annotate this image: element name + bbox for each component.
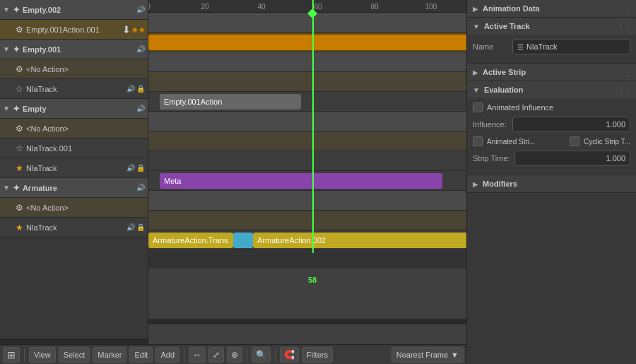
panel-options-btn[interactable]: ⋮⋮ bbox=[618, 69, 632, 76]
track-timeline: 0 20 40 60 80 100 120 140 160 bbox=[148, 0, 466, 344]
animated-influence-label: Animated Influence bbox=[487, 103, 553, 112]
animation-data-header[interactable]: ▶ Animation Data ⋮⋮ bbox=[467, 0, 636, 17]
track-label-nlatrack-meta[interactable]: ★ NlaTrack 🔊 🔒 bbox=[0, 158, 148, 178]
track-label-noaction2[interactable]: ⚙ <No Action> bbox=[0, 119, 148, 139]
name-row: Name ☰ NlaTrack bbox=[473, 39, 630, 54]
ruler-mark-80: 80 bbox=[370, 3, 378, 11]
right-panel: ▶ Animation Data ⋮⋮ ▼ Active Track ⋮⋮ Na… bbox=[466, 0, 636, 364]
diamond-left: ◆ bbox=[132, 25, 138, 33]
extra-tool-btn[interactable]: ⊕ bbox=[227, 347, 242, 363]
snap-mode-dropdown[interactable]: Nearest Frame ▼ bbox=[391, 347, 464, 363]
star-icon: ☆ bbox=[16, 143, 23, 153]
collapse-arrow: ▼ bbox=[3, 45, 10, 53]
timeline-row-noaction1 bbox=[148, 72, 466, 92]
track-label-action001[interactable]: ⚙ Empty.001Action.001 ⬇ ◆ ◆ bbox=[0, 20, 148, 40]
view-menu-btn[interactable]: View bbox=[29, 347, 56, 363]
animated-stri-label: Animated Stri... bbox=[487, 138, 563, 146]
timeline-row-nlatrack-arm: ArmatureAction.Trans ArmatureAction.002 bbox=[148, 230, 466, 250]
track-label-nlatrack001[interactable]: ☆ NlaTrack.001 bbox=[0, 139, 148, 158]
active-strip-header[interactable]: ▶ Active Strip ⋮⋮ bbox=[467, 64, 636, 81]
nla-strip-transition[interactable] bbox=[233, 233, 253, 248]
strip-time-row: Strip Time: 1.000 bbox=[473, 151, 630, 166]
ruler-mark-20: 20 bbox=[201, 3, 208, 11]
sep2 bbox=[184, 348, 184, 361]
panel-options-btn[interactable]: ⋮⋮ bbox=[618, 23, 632, 30]
strip-time-value: 1.000 bbox=[606, 154, 625, 163]
timeline-rows: Empty.001Action Meta bbox=[148, 13, 466, 269]
track-label-text: NlaTrack.001 bbox=[26, 144, 145, 153]
active-track-content: Name ☰ NlaTrack bbox=[467, 35, 636, 63]
timeline-hscrollbar[interactable] bbox=[148, 319, 466, 324]
nla-strip-armatureaction002[interactable]: ArmatureAction.002 bbox=[253, 233, 466, 248]
name-label: Name bbox=[473, 42, 508, 51]
edit-menu-btn[interactable]: Edit bbox=[129, 347, 153, 363]
timeline-footer-spacer bbox=[148, 250, 466, 269]
action-icon: ⚙ bbox=[16, 25, 23, 35]
animated-influence-checkbox[interactable] bbox=[473, 102, 483, 112]
track-label-text: Armature bbox=[23, 184, 136, 192]
select-menu-btn[interactable]: Select bbox=[59, 347, 90, 363]
evaluation-title: Evaluation bbox=[484, 86, 524, 94]
modifiers-header[interactable]: ▶ Modifiers ⋮⋮ bbox=[467, 175, 636, 192]
track-name-field[interactable]: ☰ NlaTrack bbox=[512, 39, 630, 54]
frame-number: 58 bbox=[308, 276, 317, 284]
collapse-arrow: ▼ bbox=[3, 105, 10, 112]
timeline-row-armature bbox=[148, 191, 466, 211]
nla-strip-meta[interactable]: Meta bbox=[160, 173, 442, 189]
filters-btn[interactable]: Filters bbox=[302, 347, 333, 363]
sep3 bbox=[247, 348, 247, 361]
track-label-text: <No Action> bbox=[26, 65, 145, 74]
track-label-empty002[interactable]: ▼ ✦ Empty.002 🔊 bbox=[0, 0, 148, 20]
nla-strip-empty001action[interactable]: Empty.001Action bbox=[160, 94, 301, 110]
add-menu-btn[interactable]: Add bbox=[155, 347, 179, 363]
object-icon: ✦ bbox=[13, 5, 20, 15]
track-label-empty001[interactable]: ▼ ✦ Empty.001 🔊 bbox=[0, 40, 148, 59]
snap-toggle-btn[interactable]: 🧲 bbox=[280, 347, 299, 363]
track-label-nlatrack-arm[interactable]: ★ NlaTrack 🔊 🔒 bbox=[0, 218, 148, 237]
track-label-nlatrack1[interactable]: ☆ NlaTrack 🔊 🔒 bbox=[0, 79, 148, 99]
strip-time-label: Strip Time: bbox=[473, 154, 510, 163]
search-btn[interactable]: 🔍 bbox=[252, 347, 271, 363]
animated-stri-checkbox[interactable] bbox=[473, 136, 483, 146]
ruler: 0 20 40 60 80 100 120 140 160 bbox=[148, 0, 466, 13]
star-icon: ★ bbox=[16, 163, 23, 173]
editor-type-btn[interactable]: ⊞ bbox=[3, 347, 20, 363]
sound-icon: 🔊 bbox=[136, 45, 145, 53]
panel-options-btn[interactable]: ⋮⋮ bbox=[618, 5, 632, 13]
move-tool-btn[interactable]: ↔ bbox=[189, 347, 206, 363]
hscrollbar[interactable] bbox=[0, 339, 148, 344]
cyclic-checkbox[interactable] bbox=[570, 136, 579, 146]
influence-field[interactable]: 1.000 bbox=[512, 117, 630, 132]
sound-icon: 🔊 bbox=[136, 184, 145, 192]
strip-label: ArmatureAction.002 bbox=[257, 236, 326, 245]
active-track-header[interactable]: ▼ Active Track ⋮⋮ bbox=[467, 18, 636, 35]
track-label-armature[interactable]: ▼ ✦ Armature 🔊 bbox=[0, 178, 148, 198]
track-label-text: Empty.002 bbox=[23, 6, 136, 14]
marker-menu-btn[interactable]: Marker bbox=[93, 347, 126, 363]
expand-icon: ▶ bbox=[473, 5, 478, 13]
evaluation-section: ▼ Evaluation ⋮⋮ Animated Influence Influ… bbox=[467, 81, 636, 175]
lock-icon: 🔒 bbox=[136, 85, 145, 93]
transform-tool-btn[interactable]: ⤢ bbox=[208, 347, 224, 363]
timeline-row-noaction2 bbox=[148, 131, 466, 151]
object-icon: ✦ bbox=[13, 104, 20, 114]
ruler-mark-100: 100 bbox=[425, 3, 437, 11]
panel-options-btn[interactable]: ⋮⋮ bbox=[618, 180, 632, 188]
strip-time-field[interactable]: 1.000 bbox=[514, 151, 630, 166]
action-dropdown[interactable]: ⬇ bbox=[122, 24, 131, 35]
nla-strip-empty001action001[interactable] bbox=[148, 35, 466, 50]
nla-strip-armatureaction-trans[interactable]: ArmatureAction.Trans bbox=[148, 233, 233, 248]
track-label-noaction1[interactable]: ⚙ <No Action> bbox=[0, 59, 148, 79]
animation-data-section: ▶ Animation Data ⋮⋮ bbox=[467, 0, 636, 18]
sep1 bbox=[24, 348, 25, 361]
evaluation-header[interactable]: ▼ Evaluation ⋮⋮ bbox=[467, 81, 636, 98]
strip-label: ArmatureAction.Trans bbox=[153, 236, 228, 245]
track-label-text: NlaTrack bbox=[26, 164, 126, 172]
panel-options-btn[interactable]: ⋮⋮ bbox=[618, 86, 632, 94]
track-label-empty[interactable]: ▼ ✦ Empty 🔊 bbox=[0, 99, 148, 119]
track-label-noaction3[interactable]: ⚙ <No Action> bbox=[0, 198, 148, 218]
influence-label: Influence: bbox=[473, 120, 508, 129]
sound-icon: 🔊 bbox=[136, 6, 145, 13]
expand-icon: ▼ bbox=[473, 86, 480, 94]
ruler-mark-40: 40 bbox=[257, 3, 265, 11]
